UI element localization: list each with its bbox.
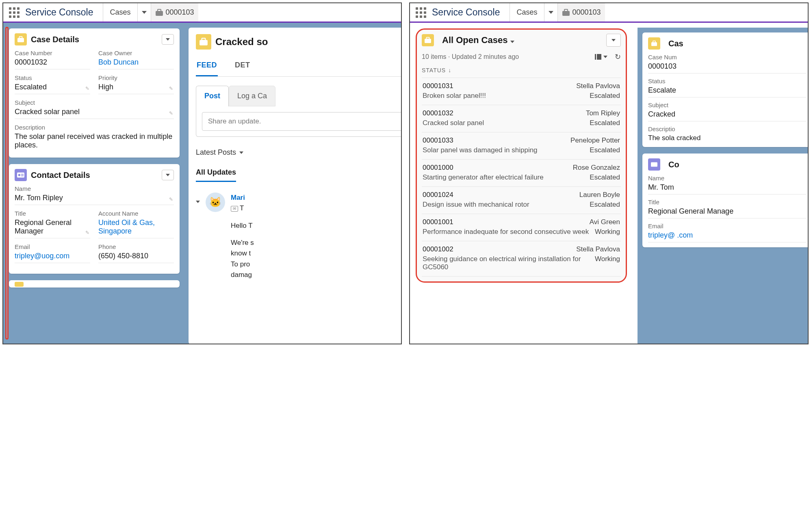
chevron-down-icon bbox=[612, 39, 616, 41]
case-number: 00001000 bbox=[423, 164, 453, 172]
case-list-row[interactable]: 00001001Avi Green Performance inadequate… bbox=[422, 214, 621, 241]
tab-details[interactable]: DET bbox=[234, 58, 251, 76]
avatar: 🐱 bbox=[206, 192, 225, 212]
label-status: Status bbox=[15, 74, 90, 81]
sort-arrow-icon: ↓ bbox=[448, 67, 451, 74]
case-list-row[interactable]: 00001032Tom Ripley Cracked solar panelEs… bbox=[422, 105, 621, 132]
label-title: Title bbox=[648, 199, 807, 205]
case-icon bbox=[15, 33, 27, 45]
refresh-icon[interactable]: ↻ bbox=[615, 52, 621, 61]
case-owner: Lauren Boyle bbox=[579, 191, 620, 199]
nav-item-cases[interactable]: Cases bbox=[103, 3, 137, 22]
feed-subtab-all-updates[interactable]: All Updates bbox=[196, 168, 236, 182]
case-details-card: Case Details Case Number 00001032 Case O… bbox=[9, 28, 180, 158]
edit-icon[interactable]: ✎ bbox=[85, 86, 89, 91]
value-priority[interactable]: High✎ bbox=[98, 83, 174, 94]
list-view-title[interactable]: All Open Cases bbox=[442, 35, 514, 45]
nav-dropdown[interactable] bbox=[544, 3, 557, 22]
feed-author[interactable]: Mari bbox=[231, 194, 245, 201]
contact-icon bbox=[15, 169, 27, 181]
case-icon bbox=[648, 37, 660, 50]
top-nav: Service Console Cases 0000103 bbox=[3, 3, 401, 23]
value-case-owner[interactable]: Bob Duncan bbox=[98, 58, 174, 69]
list-view-menu-button[interactable] bbox=[606, 34, 621, 47]
label-phone: Phone bbox=[98, 243, 174, 250]
edit-icon[interactable]: ✎ bbox=[169, 110, 173, 116]
value-email[interactable]: tripley@uog.com bbox=[15, 252, 90, 263]
value-status[interactable]: Escalated✎ bbox=[15, 83, 90, 94]
feed-filter[interactable]: Latest Posts bbox=[196, 148, 401, 157]
nav-tab-case[interactable]: 0000103 bbox=[557, 3, 605, 22]
case-subject: Broken solar panel!!! bbox=[423, 92, 486, 100]
record-title: Cracked so bbox=[215, 36, 268, 48]
expand-toggle[interactable] bbox=[196, 196, 200, 205]
case-list-row[interactable]: 00001002Stella Pavlova Seeking guidance … bbox=[422, 241, 621, 277]
case-subject: Cracked solar panel bbox=[423, 119, 484, 127]
value-subject: Cracked bbox=[648, 110, 807, 121]
case-number: 00001032 bbox=[423, 109, 453, 117]
display-as-icon[interactable] bbox=[595, 54, 607, 60]
share-update-input[interactable]: Share an update. bbox=[202, 112, 401, 131]
svg-point-5 bbox=[18, 174, 20, 176]
chevron-down-icon bbox=[142, 11, 147, 14]
case-status: Working bbox=[595, 228, 620, 236]
main-record-panel: Cracked so FEED DET Post Log a Ca Share … bbox=[189, 28, 401, 344]
case-number: 00001001 bbox=[423, 218, 453, 226]
case-owner: Stella Pavlova bbox=[576, 82, 620, 90]
chevron-down-icon bbox=[166, 174, 170, 176]
record-tabs: FEED DET bbox=[196, 58, 401, 77]
filter-label: Latest Posts bbox=[196, 148, 236, 157]
case-list-row[interactable]: 00001024Lauren Boyle Design issue with m… bbox=[422, 187, 621, 214]
chevron-down-icon bbox=[510, 41, 514, 43]
case-number: 00001024 bbox=[423, 191, 453, 199]
column-header-status[interactable]: STATUS ↓ bbox=[422, 67, 621, 78]
value-account[interactable]: United Oil & Gas, Singapore bbox=[98, 218, 174, 238]
app-launcher-icon[interactable] bbox=[9, 7, 20, 18]
nav-item-cases[interactable]: Cases bbox=[510, 3, 544, 22]
value-email[interactable]: tripley@ .com bbox=[648, 231, 807, 242]
edit-icon[interactable]: ✎ bbox=[169, 197, 173, 202]
label-name: Name bbox=[15, 185, 174, 192]
svg-rect-11 bbox=[564, 9, 568, 11]
case-list-row[interactable]: 00001000Rose Gonzalez Starting generator… bbox=[422, 160, 621, 187]
card-title: Cas bbox=[668, 39, 683, 48]
nav-tab-label: 0000103 bbox=[166, 8, 194, 17]
svg-rect-15 bbox=[653, 41, 655, 43]
case-owner: Penelope Potter bbox=[570, 136, 620, 145]
value-phone[interactable]: (650) 450-8810 bbox=[98, 252, 174, 263]
case-details-card: Cas Case Num 0000103 Status Escalate Sub… bbox=[642, 32, 808, 147]
svg-rect-3 bbox=[19, 37, 22, 38]
right-side-column: Cas Case Num 0000103 Status Escalate Sub… bbox=[638, 28, 808, 344]
label-subject: Subject bbox=[15, 99, 174, 106]
case-subject: Seeking guidance on electrical wiring in… bbox=[423, 255, 595, 271]
chevron-down-icon bbox=[239, 151, 243, 154]
tab-feed[interactable]: FEED bbox=[196, 58, 218, 76]
edit-icon[interactable]: ✎ bbox=[85, 230, 89, 236]
value-case-number: 0000103 bbox=[648, 62, 807, 74]
composer-tab-log-call[interactable]: Log a Ca bbox=[229, 86, 275, 106]
card-menu-button[interactable] bbox=[162, 170, 174, 180]
case-owner: Rose Gonzalez bbox=[573, 164, 620, 172]
composer-tab-post[interactable]: Post bbox=[196, 86, 229, 106]
value-subject[interactable]: Cracked solar panel✎ bbox=[15, 108, 174, 119]
workspace: All Open Cases 10 items · Updated 2 minu… bbox=[410, 23, 808, 344]
value-title[interactable]: Regional General Manager✎ bbox=[15, 218, 90, 238]
case-icon bbox=[15, 282, 24, 287]
edit-icon[interactable]: ✎ bbox=[169, 86, 173, 91]
briefcase-icon bbox=[155, 9, 163, 16]
label-name: Name bbox=[648, 175, 807, 182]
label-priority: Priority bbox=[98, 74, 174, 81]
briefcase-icon bbox=[562, 9, 570, 16]
value-name[interactable]: Mr. Tom Ripley✎ bbox=[15, 194, 174, 205]
case-list-row[interactable]: 00001031Stella Pavlova Broken solar pane… bbox=[422, 78, 621, 105]
nav-dropdown[interactable] bbox=[137, 3, 151, 22]
split-view-highlight bbox=[5, 27, 9, 340]
svg-rect-16 bbox=[651, 162, 657, 167]
case-owner: Avi Green bbox=[590, 218, 620, 226]
app-launcher-icon[interactable] bbox=[416, 7, 426, 18]
card-menu-button[interactable] bbox=[162, 34, 174, 45]
case-list-row[interactable]: 00001033Penelope Potter Solar panel was … bbox=[422, 132, 621, 160]
case-status: Escalated bbox=[590, 173, 620, 182]
value-description: The solar panel received was cracked in … bbox=[15, 132, 174, 152]
nav-tab-case[interactable]: 0000103 bbox=[151, 3, 198, 22]
